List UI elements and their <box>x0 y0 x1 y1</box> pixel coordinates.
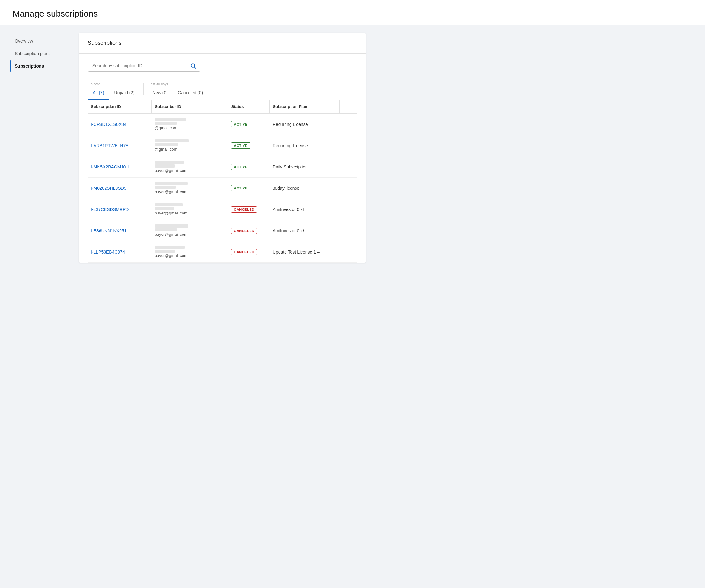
sub-id-cell: I-M0262SHL9SD9 <box>88 178 151 199</box>
subscriber-blurred-name2 <box>155 143 178 146</box>
sub-id-cell: I-ARB1PTWELN7E <box>88 135 151 156</box>
tab-unpaid-label: Unpaid (2) <box>114 90 135 95</box>
search-icon <box>190 62 196 69</box>
subscriber-blurred-name <box>155 203 183 206</box>
subscriber-email: @gmail.com <box>155 147 225 151</box>
plan-cell: AmiInvestor 0 zł – <box>270 220 340 241</box>
last-30-days-label: Last 30 days <box>147 80 208 86</box>
table-row: I-LLP53EB4C974 buyer@gmail.com CANCELED … <box>88 241 357 263</box>
sub-id-link[interactable]: I-ARB1PTWELN7E <box>91 143 129 148</box>
subscriber-blurred-name <box>155 225 188 228</box>
plan-text: AmiInvestor 0 zł – <box>273 207 308 212</box>
status-cell: ACTIVE <box>228 178 269 199</box>
plan-cell: Daily Subscription <box>270 156 340 178</box>
action-cell: ⋮ <box>340 220 357 241</box>
table-row: I-CR8D1X1S0X84 @gmail.com ACTIVE Recurri… <box>88 114 357 135</box>
sub-id-link[interactable]: I-M0262SHL9SD9 <box>91 186 127 191</box>
row-action-menu-button[interactable]: ⋮ <box>343 225 354 236</box>
to-date-label: To date <box>88 80 140 86</box>
subscriber-blurred-name <box>155 246 185 249</box>
tab-separator <box>143 83 144 95</box>
plan-text: Recurring License – <box>273 122 312 127</box>
search-box <box>88 60 200 72</box>
svg-line-1 <box>194 67 196 69</box>
plan-cell: Recurring License – <box>270 114 340 135</box>
page-header: Manage subscriptions <box>0 0 705 26</box>
tab-all[interactable]: All (7) <box>88 86 109 99</box>
status-cell: CANCELED <box>228 241 269 263</box>
row-action-menu-button[interactable]: ⋮ <box>343 119 354 130</box>
page-title: Manage subscriptions <box>12 9 693 19</box>
subscriber-blurred-name <box>155 182 188 185</box>
sub-id-link[interactable]: I-437CESDSMRPD <box>91 207 129 212</box>
plan-text: AmiInvestor 0 zł – <box>273 228 308 233</box>
search-input[interactable] <box>88 60 186 72</box>
subscriber-blurred-name2 <box>155 250 175 253</box>
sidebar-item-subscription-plans[interactable]: Subscription plans <box>10 48 73 59</box>
action-cell: ⋮ <box>340 178 357 199</box>
status-badge: CANCELED <box>231 206 257 213</box>
plan-cell: Recurring License – <box>270 135 340 156</box>
tab-canceled[interactable]: Canceled (0) <box>173 86 208 99</box>
status-badge: ACTIVE <box>231 121 250 127</box>
tab-canceled-label: Canceled (0) <box>178 90 203 95</box>
row-action-menu-button[interactable]: ⋮ <box>343 162 354 172</box>
subscriber-email: buyer@gmail.com <box>155 232 225 237</box>
subscriber-cell: @gmail.com <box>151 135 228 156</box>
tab-new[interactable]: New (0) <box>147 86 173 99</box>
sub-id-cell: I-CR8D1X1S0X84 <box>88 114 151 135</box>
status-badge: ACTIVE <box>231 185 250 191</box>
subscriber-cell: buyer@gmail.com <box>151 199 228 220</box>
plan-text: Daily Subscription <box>273 164 308 169</box>
subscriber-blurred-name2 <box>155 186 176 189</box>
status-badge: CANCELED <box>231 249 257 255</box>
row-action-menu-button[interactable]: ⋮ <box>343 183 354 193</box>
subscriber-blurred-name <box>155 161 184 164</box>
sub-id-cell: I-437CESDSMRPD <box>88 199 151 220</box>
sub-id-link[interactable]: I-LLP53EB4C974 <box>91 250 125 255</box>
sub-id-link[interactable]: I-E86UNN1NX951 <box>91 228 127 233</box>
sub-id-link[interactable]: I-MN5X2BAGMJ0H <box>91 164 129 169</box>
col-header-status: Status <box>228 100 269 114</box>
subscriber-email: buyer@gmail.com <box>155 168 225 173</box>
col-header-sub-id: Subscription ID <box>88 100 151 114</box>
row-action-menu-button[interactable]: ⋮ <box>343 140 354 151</box>
col-header-plan: Subscription Plan <box>270 100 340 114</box>
status-cell: ACTIVE <box>228 156 269 178</box>
sidebar-item-overview[interactable]: Overview <box>10 35 73 47</box>
sub-id-cell: I-MN5X2BAGMJ0H <box>88 156 151 178</box>
table-row: I-ARB1PTWELN7E @gmail.com ACTIVE Recurri… <box>88 135 357 156</box>
tab-all-label: All (7) <box>93 90 104 95</box>
subscriber-cell: buyer@gmail.com <box>151 220 228 241</box>
table-row: I-M0262SHL9SD9 buyer@gmail.com ACTIVE 30… <box>88 178 357 199</box>
section-header: Subscriptions <box>79 33 366 53</box>
col-header-actions <box>340 100 357 114</box>
row-action-menu-button[interactable]: ⋮ <box>343 247 354 257</box>
subscriber-cell: buyer@gmail.com <box>151 241 228 263</box>
status-cell: ACTIVE <box>228 114 269 135</box>
sidebar-item-label: Overview <box>15 39 33 44</box>
action-cell: ⋮ <box>340 114 357 135</box>
tab-unpaid[interactable]: Unpaid (2) <box>109 86 140 99</box>
subscriber-cell: buyer@gmail.com <box>151 156 228 178</box>
plan-cell: AmiInvestor 0 zł – <box>270 199 340 220</box>
search-area <box>79 53 366 78</box>
plan-text: 30day license <box>273 186 299 191</box>
subscriber-blurred-name2 <box>155 228 177 231</box>
subscriber-blurred-name2 <box>155 164 175 168</box>
sub-id-cell: I-E86UNN1NX951 <box>88 220 151 241</box>
sidebar-item-subscriptions[interactable]: Subscriptions <box>10 60 73 72</box>
plan-cell: Update Test License 1 – <box>270 241 340 263</box>
subscriber-blurred-name <box>155 118 186 121</box>
row-action-menu-button[interactable]: ⋮ <box>343 204 354 215</box>
table-row: I-E86UNN1NX951 buyer@gmail.com CANCELED … <box>88 220 357 241</box>
sub-id-link[interactable]: I-CR8D1X1S0X84 <box>91 122 127 127</box>
status-badge: ACTIVE <box>231 164 250 170</box>
plan-cell: 30day license <box>270 178 340 199</box>
section-title: Subscriptions <box>88 40 357 46</box>
tabs-area: To date All (7) Unpaid (2) Last 30 days <box>79 78 366 100</box>
sidebar-item-label: Subscription plans <box>15 51 50 56</box>
tab-new-label: New (0) <box>152 90 168 95</box>
subscriber-email: @gmail.com <box>155 126 225 130</box>
search-button[interactable] <box>186 60 200 72</box>
